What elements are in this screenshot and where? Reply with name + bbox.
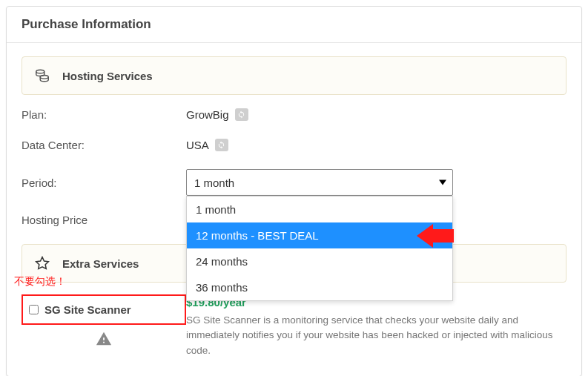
plan-refresh-button[interactable]: [235, 108, 248, 121]
arrow-shaft: [433, 229, 454, 243]
period-dropdown: 1 month 12 months - BEST DEAL 24 months …: [186, 196, 453, 301]
datacenter-row: Data Center: USA: [22, 139, 566, 151]
scanner-label: SG Site Scanner: [44, 303, 131, 316]
period-option-36months[interactable]: 36 months: [187, 274, 452, 300]
scanner-checkbox-wrap: SG Site Scanner: [22, 294, 186, 325]
period-label: Period:: [22, 177, 186, 189]
svg-point-1: [40, 76, 48, 79]
annotation-warning-text: 不要勾选！: [14, 275, 66, 288]
star-icon: [31, 252, 53, 274]
warning-icon: [96, 331, 186, 350]
period-option-24months[interactable]: 24 months: [187, 248, 452, 274]
coins-icon: [31, 65, 53, 87]
extra-section-title: Extra Services: [62, 257, 139, 270]
panel-body: Hosting Services Plan: GrowBig Data Cent…: [7, 43, 581, 376]
refresh-icon: [237, 111, 245, 119]
purchase-panel: Purchase Information Hosting Services Pl…: [6, 6, 582, 376]
extra-service-row: 不要勾选！ SG Site Scanner $19.80/year SG Sit…: [22, 296, 566, 358]
scanner-description: SG Site Scanner is a monitoring service …: [186, 313, 566, 358]
panel-title: Purchase Information: [22, 17, 566, 32]
plan-value: GrowBig: [186, 108, 566, 121]
hosting-section-bar: Hosting Services: [22, 56, 566, 95]
annotation-arrow: [417, 224, 454, 248]
datacenter-refresh-button[interactable]: [215, 139, 228, 151]
hosting-price-label: Hosting Price: [22, 214, 186, 226]
refresh-icon: [217, 141, 225, 149]
arrow-left-icon: [417, 224, 433, 248]
extra-right: $19.80/year SG Site Scanner is a monitor…: [186, 296, 566, 358]
datacenter-value: USA: [186, 139, 566, 151]
period-option-1month[interactable]: 1 month: [187, 197, 452, 222]
plan-value-text: GrowBig: [186, 108, 229, 121]
period-select[interactable]: 1 month: [186, 169, 453, 196]
period-selected-text: 1 month: [194, 177, 234, 189]
plan-label: Plan:: [22, 108, 186, 121]
panel-header: Purchase Information: [7, 7, 581, 43]
period-select-wrap: 1 month 1 month 12 months - BEST DEAL: [186, 169, 453, 196]
extra-left: 不要勾选！ SG Site Scanner: [22, 296, 186, 358]
plan-row: Plan: GrowBig: [22, 108, 566, 121]
scanner-checkbox[interactable]: [29, 305, 39, 314]
period-row: Period: 1 month 1 month 12 months - BEST…: [22, 169, 566, 196]
period-value: 1 month 1 month 12 months - BEST DEAL: [186, 169, 566, 196]
period-option-12months-label: 12 months - BEST DEAL: [196, 229, 319, 242]
datacenter-label: Data Center:: [22, 139, 186, 151]
datacenter-value-text: USA: [186, 139, 209, 151]
chevron-down-icon: [439, 180, 446, 185]
svg-point-0: [36, 70, 44, 73]
hosting-section-title: Hosting Services: [62, 70, 153, 82]
svg-marker-2: [36, 257, 49, 269]
period-option-12months[interactable]: 12 months - BEST DEAL: [187, 222, 452, 248]
